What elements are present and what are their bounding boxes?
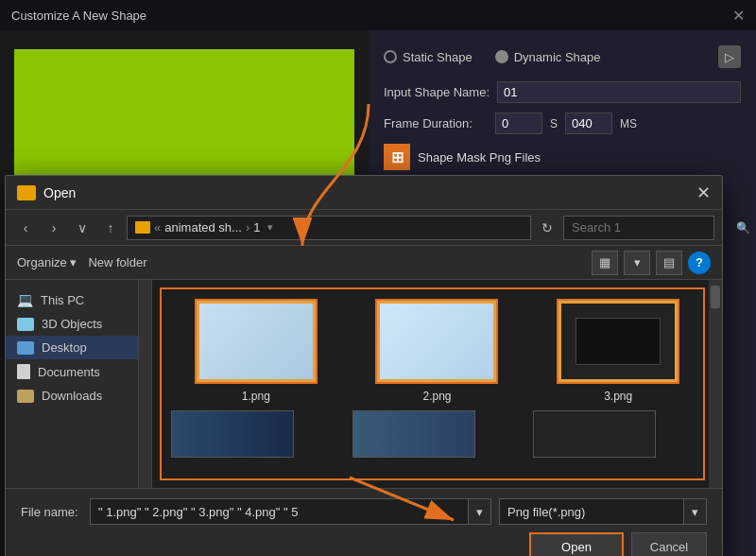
up-button[interactable]: ↑ [98, 216, 123, 240]
vertical-scrollbar[interactable] [709, 280, 722, 488]
filename-input-container: ▾ [90, 498, 491, 525]
search-icon[interactable]: 🔍 [736, 221, 750, 235]
dynamic-shape-option[interactable]: Dynamic Shape [495, 50, 601, 64]
breadcrumb-path: animated sh... [164, 220, 242, 235]
action-row: Open Cancel [21, 532, 707, 556]
input-name-row: Input Shape Name: [384, 81, 741, 103]
play-button[interactable]: ▷ [718, 45, 741, 68]
shape-type-row: Static Shape Dynamic Shape ▷ [384, 45, 741, 68]
dynamic-shape-label: Dynamic Shape [514, 50, 601, 64]
file-thumb-small-2[interactable] [352, 410, 475, 458]
sidebar-scrollbar [138, 280, 151, 488]
file-name-2: 2.png [422, 390, 451, 403]
nav-bar: ‹ › ∨ ↑ « animated sh... › 1 ▾ ↻ 🔍 [6, 210, 722, 246]
frame-duration-label: Frame Duration: [384, 116, 488, 130]
new-folder-button[interactable]: New folder [88, 255, 146, 269]
dialog-titlebar: Open ✕ [6, 176, 722, 210]
dialog-content: 💻 This PC 3D Objects Desktop Documents [6, 280, 722, 488]
search-box: 🔍 [563, 216, 714, 240]
static-radio[interactable] [384, 50, 397, 63]
dialog-title-area: Open [17, 185, 76, 200]
sidebar-item-documents[interactable]: Documents [6, 359, 151, 384]
s-unit: S [550, 117, 558, 130]
filename-input[interactable] [90, 498, 469, 525]
black-rect [576, 318, 661, 365]
open-file-dialog: Open ✕ ‹ › ∨ ↑ « animated sh... › 1 ▾ ↻ … [5, 175, 723, 556]
file-thumb-small-1[interactable] [171, 410, 294, 458]
frame-duration-row: Frame Duration: S MS [384, 113, 741, 134]
this-pc-label: This PC [41, 293, 84, 307]
file-grid-second [163, 410, 711, 465]
pc-icon: 💻 [17, 292, 33, 307]
filetype-container: Png file(*.png) ▾ [499, 498, 707, 525]
mask-label: Shape Mask Png Files [418, 150, 541, 165]
app-titlebar: Customize A New Shape ✕ [0, 0, 756, 30]
filename-row: File name: ▾ Png file(*.png) ▾ [21, 498, 707, 525]
filetype-dropdown-button[interactable]: ▾ [684, 498, 707, 525]
dialog-toolbar: Organize ▾ New folder ▦ ▾ ▤ ? [6, 246, 722, 280]
input-name-label: Input Shape Name: [384, 85, 490, 99]
recent-button[interactable]: ∨ [70, 216, 94, 240]
file-thumb-1 [195, 299, 318, 384]
sidebar-scroll: 💻 This PC 3D Objects Desktop Documents [6, 287, 151, 480]
mask-row: ⊞ Shape Mask Png Files [384, 144, 741, 170]
desktop-label: Desktop [42, 340, 87, 355]
thumb-border-orange-2 [377, 301, 496, 382]
doc-icon [17, 364, 30, 379]
mask-add-icon[interactable]: ⊞ [384, 144, 410, 170]
file-thumb-3 [557, 299, 679, 384]
ms-unit: MS [620, 117, 637, 130]
file-item-2[interactable]: 2.png [352, 299, 523, 403]
sidebar-item-3d-objects[interactable]: 3D Objects [6, 312, 151, 336]
dialog-folder-icon [17, 185, 36, 200]
documents-label: Documents [38, 365, 100, 379]
open-button[interactable]: Open [529, 532, 624, 556]
static-shape-label: Static Shape [403, 50, 472, 64]
file-grid-container: 1.png 2.png 3.png [152, 280, 722, 488]
file-name-1: 1.png [242, 390, 270, 403]
cancel-button[interactable]: Cancel [631, 532, 707, 556]
organize-button[interactable]: Organize ▾ [17, 255, 77, 269]
app-close-button[interactable]: ✕ [732, 7, 745, 25]
sidebar-item-desktop[interactable]: Desktop [6, 336, 151, 359]
input-name-field[interactable] [497, 81, 741, 103]
filename-label: File name: [21, 505, 82, 519]
help-button[interactable]: ? [688, 252, 711, 274]
frame-s-field[interactable] [495, 113, 542, 134]
view-list-button[interactable]: ▤ [656, 251, 682, 275]
view-tiles-button[interactable]: ▦ [592, 251, 618, 275]
3d-objects-label: 3D Objects [42, 317, 102, 331]
breadcrumb-folder-icon [135, 221, 150, 234]
forward-button[interactable]: › [42, 216, 66, 240]
breadcrumb-dropdown-icon[interactable]: ▾ [267, 221, 273, 234]
downloads-folder-icon [17, 390, 34, 403]
app-title: Customize A New Shape [11, 9, 146, 23]
static-shape-option[interactable]: Static Shape [384, 50, 472, 64]
filetype-select[interactable]: Png file(*.png) [499, 498, 684, 525]
3d-folder-icon [17, 318, 34, 331]
file-name-3: 3.png [604, 390, 632, 403]
file-item-1[interactable]: 1.png [171, 299, 341, 403]
dialog-bottom: File name: ▾ Png file(*.png) ▾ Open Canc… [6, 488, 722, 556]
thumb-border-orange-1 [197, 301, 316, 382]
sidebar: 💻 This PC 3D Objects Desktop Documents [6, 280, 152, 488]
frame-ms-field[interactable] [565, 113, 612, 134]
dynamic-radio[interactable] [495, 50, 508, 63]
back-button[interactable]: ‹ [13, 216, 38, 240]
green-shape-preview [14, 49, 354, 191]
toolbar-left: Organize ▾ New folder [17, 255, 147, 269]
view-dropdown-button[interactable]: ▾ [624, 251, 650, 275]
breadcrumb-sep2: › [246, 220, 249, 235]
sidebar-item-this-pc[interactable]: 💻 This PC [6, 287, 151, 312]
downloads-label: Downloads [42, 389, 102, 403]
desktop-folder-icon [17, 341, 34, 355]
sidebar-item-downloads[interactable]: Downloads [6, 384, 151, 408]
refresh-button[interactable]: ↻ [535, 216, 559, 240]
breadcrumb-bar[interactable]: « animated sh... › 1 ▾ [127, 216, 531, 240]
search-input[interactable] [572, 220, 730, 235]
file-thumb-2 [375, 299, 498, 384]
filename-dropdown-button[interactable]: ▾ [469, 498, 491, 525]
dialog-close-button[interactable]: ✕ [696, 182, 711, 203]
file-item-3[interactable]: 3.png [533, 299, 703, 403]
file-thumb-small-3[interactable] [533, 410, 656, 458]
